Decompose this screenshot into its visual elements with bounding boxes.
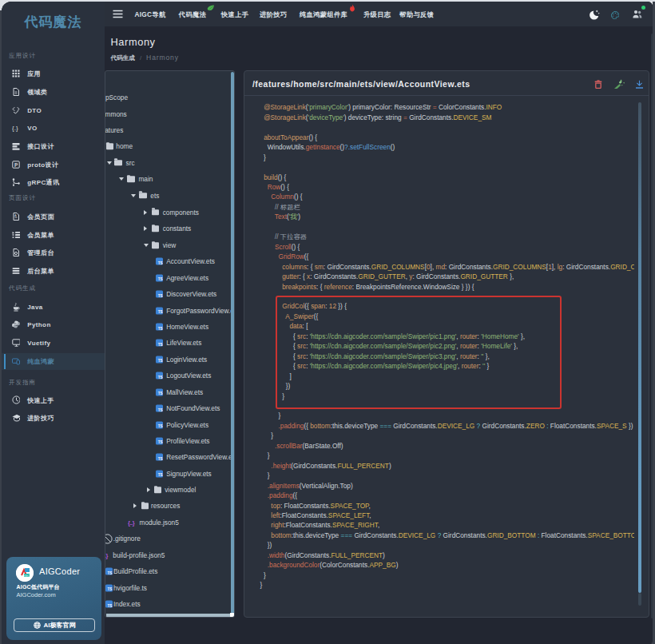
- svg-text:P: P: [14, 162, 18, 168]
- svg-text:A: A: [14, 214, 17, 217]
- svg-text:IGC: IGC: [24, 574, 30, 578]
- svg-text:{.}: {.}: [12, 125, 18, 132]
